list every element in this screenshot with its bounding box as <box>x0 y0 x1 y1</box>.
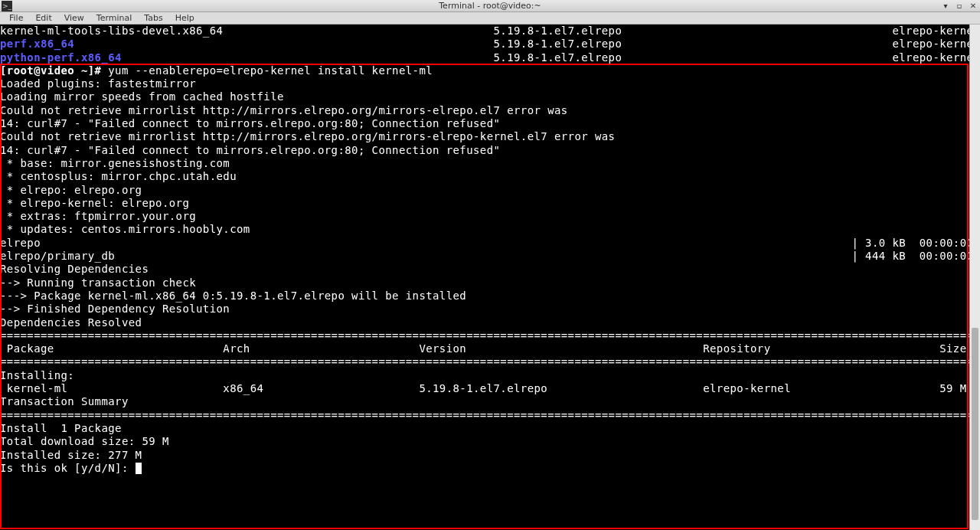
pkg-version: 5.19.8-1.el7.elrepo <box>494 38 622 50</box>
output-line: Could not retrieve mirrorlist http://mir… <box>0 104 980 117</box>
table-rule: ========================================… <box>0 329 980 342</box>
output-line: --> Running transaction check <box>0 276 980 290</box>
scroll-thumb[interactable] <box>972 328 978 520</box>
pkg-name: perf.x86_64 <box>0 38 74 50</box>
output-line: ---> Package kernel-ml.x86_64 0:5.19.8-1… <box>0 290 980 303</box>
menu-bar: File Edit View Terminal Tabs Help <box>0 12 980 25</box>
output-line: * extras: ftpmirror.your.org <box>0 210 980 223</box>
window-controls: ▾ ▫ ✕ <box>940 2 978 11</box>
menu-view[interactable]: View <box>58 13 90 23</box>
output-line: Installing: <box>0 369 980 382</box>
table-row: kernel-ml x86_64 5.19.8-1.el7.elrepo elr… <box>0 382 980 395</box>
output-line: Loading mirror speeds from cached hostfi… <box>0 90 980 103</box>
command-text: yum --enablerepo=elrepo-kernel install k… <box>108 64 433 77</box>
menu-edit[interactable]: Edit <box>29 13 57 23</box>
menu-tabs[interactable]: Tabs <box>138 13 168 23</box>
output-line: Loaded plugins: fastestmirror <box>0 77 980 90</box>
repo-label: elrepo/primary_db <box>0 250 115 262</box>
output-line: * elrepo-kernel: elrepo.org <box>0 197 980 210</box>
pkg-name: python-perf.x86_64 <box>0 51 122 64</box>
output-line: * base: mirror.genesishosting.com <box>0 157 980 170</box>
cursor-icon <box>136 463 142 474</box>
table-rule: ========================================… <box>0 409 980 422</box>
maximize-button[interactable]: ▫ <box>954 2 965 11</box>
repo-label: elrepo <box>0 237 41 249</box>
output-line: 14: curl#7 - "Failed connect to mirrors.… <box>0 117 980 130</box>
output-line: 14: curl#7 - "Failed connect to mirrors.… <box>0 144 980 157</box>
menu-help[interactable]: Help <box>169 13 201 23</box>
window-title: Terminal - root@video:~ <box>439 1 541 11</box>
menu-file[interactable]: File <box>3 13 29 23</box>
output-line: Transaction Summary <box>0 395 980 408</box>
terminal-output[interactable]: kernel-ml-tools-libs-devel.x86_64 5.19.8… <box>0 25 980 530</box>
output-line: Resolving Dependencies <box>0 263 980 276</box>
pkg-repo: elrepo-kernel <box>892 25 980 37</box>
menu-terminal[interactable]: Terminal <box>90 13 139 23</box>
pkg-repo: elrepo-kernel <box>892 51 980 64</box>
output-line: * centosplus: mirror.chpc.utah.edu <box>0 170 980 183</box>
output-line: * elrepo: elrepo.org <box>0 184 980 197</box>
output-line: * updates: centos.mirrors.hoobly.com <box>0 223 980 236</box>
output-line: --> Finished Dependency Resolution <box>0 303 980 316</box>
download-status: | 444 kB 00:00:00 <box>851 250 980 262</box>
table-header: Package Arch Version Repository Size <box>0 342 980 355</box>
output-line: Installed size: 277 M <box>0 449 980 462</box>
pkg-version: 5.19.8-1.el7.elrepo <box>494 51 622 64</box>
table-rule: ========================================… <box>0 355 980 368</box>
terminal-app-icon: >_ <box>2 1 12 11</box>
pkg-version: 5.19.8-1.el7.elrepo <box>494 25 622 37</box>
output-line: Install 1 Package <box>0 422 980 435</box>
minimize-button[interactable]: ▾ <box>940 2 951 11</box>
close-button[interactable]: ✕ <box>968 2 978 11</box>
window-titlebar: >_ Terminal - root@video:~ ▾ ▫ ✕ <box>0 0 980 12</box>
scrollbar[interactable] <box>969 25 980 530</box>
yum-prompt[interactable]: Is this ok [y/d/N]: <box>0 462 136 474</box>
download-status: | 3.0 kB 00:00:00 <box>851 237 980 249</box>
shell-prompt: [root@video ~]# <box>0 64 108 77</box>
pkg-name: kernel-ml-tools-libs-devel.x86_64 <box>0 25 223 37</box>
pkg-repo: elrepo-kernel <box>892 38 980 50</box>
output-line: Could not retrieve mirrorlist http://mir… <box>0 130 980 143</box>
output-line: Total download size: 59 M <box>0 435 980 448</box>
output-line: Dependencies Resolved <box>0 316 980 329</box>
